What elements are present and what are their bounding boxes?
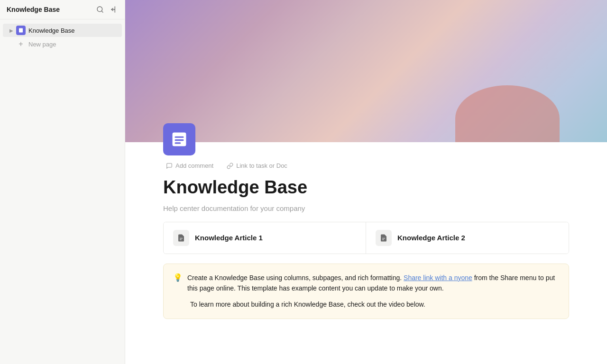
info-text-pre: Create a Knowledge Base using columns, s… [187,274,404,282]
link-to-task-button[interactable]: Link to task or Doc [224,160,290,171]
page-icon [163,123,195,155]
main-content: Add comment Link to task or Doc Knowledg… [125,0,607,364]
link-icon [227,163,233,169]
page-title: Knowledge Base [163,177,569,199]
sidebar-nav: ▶ Knowledge Base + New page [0,19,125,364]
sidebar-header: Knowledge Base [0,0,125,19]
article-label-1: Knowledge Article 1 [195,234,263,242]
svg-line-1 [101,11,103,12]
collapse-icon [110,6,117,13]
add-comment-button[interactable]: Add comment [163,160,216,171]
comment-icon [166,163,173,169]
info-text-2: To learn more about building a rich Know… [190,299,425,309]
share-link[interactable]: Share link with a nyone [404,274,472,282]
collapse-sidebar-button[interactable] [109,5,118,14]
article-icon-1 [173,230,189,246]
bulb-icon: 💡 [173,273,183,294]
article-doc-icon-2 [379,234,388,242]
info-row-1: 💡 Create a Knowledge Base using columns,… [173,273,559,294]
search-button[interactable] [95,5,105,14]
sidebar-title: Knowledge Base [7,6,60,13]
article-icon-2 [376,230,392,246]
new-page-item[interactable]: + New page [3,37,122,51]
action-bar: Add comment Link to task or Doc [125,155,607,173]
page-subtitle: Help center documentation for your compa… [125,200,607,222]
knowledge-base-icon [170,130,188,148]
sidebar-item-knowledge-base[interactable]: ▶ Knowledge Base [3,24,122,37]
knowledge-base-page-icon [16,26,26,35]
new-page-label: New page [28,41,56,48]
page-icon-container [125,123,607,155]
article-card-2[interactable]: Knowledge Article 2 [366,222,569,254]
chevron-right-icon: ▶ [8,27,15,34]
page-title-area: Knowledge Base [125,173,607,200]
sidebar-item-label: Knowledge Base [28,27,75,34]
link-to-task-label: Link to task or Doc [236,162,287,169]
info-row-2: To learn more about building a rich Know… [173,299,559,309]
article-doc-icon [177,234,185,242]
sidebar-icons [95,5,118,14]
spacer [173,299,185,309]
articles-grid: Knowledge Article 1 Knowledge Article 2 [163,222,569,254]
document-icon [18,27,24,33]
page-content: Add comment Link to task or Doc Knowledg… [125,142,607,338]
article-card-1[interactable]: Knowledge Article 1 [164,222,366,254]
hero-banner [125,0,607,142]
info-box: 💡 Create a Knowledge Base using columns,… [163,264,569,319]
plus-icon: + [16,39,26,49]
search-icon [96,6,104,13]
sidebar: Knowledge Base ▶ Knowledge Base + [0,0,125,364]
add-comment-label: Add comment [175,162,213,169]
article-label-2: Knowledge Article 2 [397,234,465,242]
info-text-1: Create a Knowledge Base using columns, s… [187,273,559,294]
